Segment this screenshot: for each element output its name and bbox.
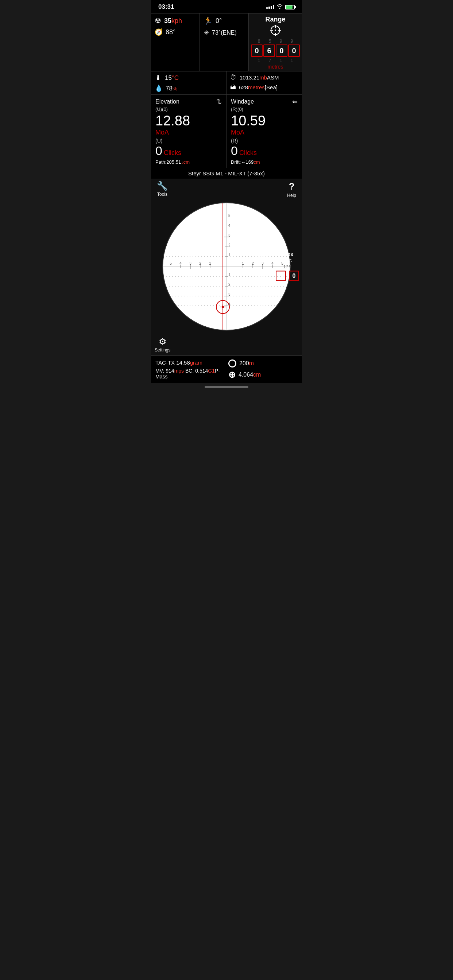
help-icon: ? — [289, 181, 295, 192]
radiation-icon: ☢ — [155, 16, 161, 25]
windage-clicks-label: (R) — [231, 138, 298, 144]
scope-view: 1 2 3 4 5 1 2 3 4 5 1 2 3 4 5 1 — [151, 198, 302, 335]
mag-label: MAG — [283, 258, 292, 262]
help-button[interactable]: ? Help — [287, 181, 296, 198]
pressure-altitude-panel: ⏱ 1013.21mbASM 🏔 628metres[Sea] — [226, 72, 302, 94]
tools-icon: 🔧 — [157, 181, 168, 191]
plus-icon: ⊕ — [228, 371, 236, 379]
target-circle-icon — [228, 360, 236, 368]
windage-clicks-value: 0 — [231, 144, 238, 158]
range-unit: metres — [251, 64, 300, 70]
windage-value: 10.59 — [231, 113, 298, 129]
range-digit-2[interactable]: 0 — [276, 45, 287, 57]
status-icons — [266, 4, 295, 10]
svg-text:4: 4 — [228, 223, 231, 228]
range-top-digits: 8 5 9 9 — [251, 38, 300, 44]
svg-text:1: 1 — [228, 253, 231, 257]
speed-value: 35kph — [164, 17, 182, 25]
heading-row: 🧭 88° — [155, 28, 196, 36]
altitude-row: 🏔 628metres[Sea] — [230, 83, 298, 91]
elevation-clicks-value: 0 — [155, 144, 162, 158]
target-panel: 200m ⊕ 4.064cm — [228, 360, 298, 380]
svg-text:5: 5 — [228, 214, 231, 218]
pressure-row: ⏱ 1013.21mbASM — [230, 74, 298, 81]
svg-text:5: 5 — [170, 261, 172, 266]
angle-wind-panel: 🏃 0° ✳ 73°(ENE) — [200, 13, 249, 71]
home-bar — [205, 386, 248, 388]
svg-text:2: 2 — [252, 261, 254, 266]
settings-button[interactable]: ⚙ Settings — [155, 337, 170, 353]
svg-point-53 — [222, 306, 224, 308]
svg-text:4: 4 — [271, 261, 274, 266]
settings-icon: ⚙ — [159, 337, 167, 347]
elev-wind-panel: Elevation ⇅ (U)(0) 12.88 MoA (U) 0 Click… — [151, 94, 302, 168]
windage-section: Windage ⇐ (R)(0) 10.59 MoA (R) 0 Clicks … — [226, 95, 302, 168]
target-adjust: 4.064cm — [239, 372, 261, 378]
thermometer-icon: 🌡 — [155, 74, 162, 82]
windage-drift: Drift:←169cm — [231, 159, 298, 165]
temp-humidity-panel: 🌡 15°C 💧 78% — [151, 72, 226, 94]
elevation-clicks-label: (U) — [155, 138, 222, 144]
battery-icon — [285, 5, 295, 10]
windage-unit: MoA — [231, 129, 298, 136]
wind-icon: ✳ — [204, 29, 209, 37]
bottom-info-bar: TAC-TX 14.58gram MV: 914mps BC: 0.514G1P… — [151, 355, 302, 383]
help-label: Help — [287, 193, 296, 198]
windage-sub: (R)(0) — [231, 107, 298, 112]
windage-clicks-unit: Clicks — [239, 149, 257, 157]
svg-text:3: 3 — [228, 233, 231, 237]
elevation-title: Elevation — [155, 99, 179, 105]
ammo-details: MV: 914mps BC: 0.514G1P-Mass — [155, 368, 225, 380]
elevation-clicks-unit: Clicks — [164, 149, 181, 157]
range-digit-0[interactable]: 0 — [251, 45, 263, 57]
target-adjust-row: ⊕ 4.064cm — [228, 371, 298, 379]
elevation-unit: MoA — [155, 129, 222, 136]
status-time: 03:31 — [158, 3, 174, 11]
windage-icon: ⇐ — [292, 98, 298, 106]
mag-value: 18.0X — [281, 252, 293, 257]
target-distance-row: 200m — [228, 360, 298, 368]
wind-angle: 73°(ENE) — [212, 30, 237, 36]
target-distance: 200m — [239, 360, 254, 367]
elevation-path: Path:205.51↓cm — [155, 159, 222, 165]
tools-label: Tools — [157, 192, 167, 197]
svg-text:2: 2 — [199, 261, 201, 266]
mag-digit-decimal[interactable]: 0 — [289, 270, 299, 281]
ammo-name: TAC-TX 14.58gram — [155, 360, 225, 366]
status-bar: 03:31 — [151, 0, 302, 13]
scope-toolbar: 🔧 Tools ? Help — [151, 179, 302, 198]
svg-point-1 — [274, 30, 276, 31]
wind-row: ✳ 73°(ENE) — [204, 29, 245, 37]
wifi-icon — [276, 4, 283, 10]
speed-row: ☢ 35kph — [155, 16, 196, 25]
range-active-digits[interactable]: 0 6 0 0 — [251, 45, 300, 57]
range-panel[interactable]: Range 8 5 9 9 0 6 0 0 1 — [249, 13, 302, 71]
svg-text:2: 2 — [228, 283, 231, 286]
range-digit-1[interactable]: 6 — [263, 45, 275, 57]
svg-text:1: 1 — [242, 261, 244, 266]
speed-heading-panel: ☢ 35kph 🧭 88° — [151, 13, 200, 71]
shooter-icon: 🏃 — [204, 16, 213, 25]
scope-container: 1 2 3 4 5 1 2 3 4 5 1 2 3 4 5 1 — [161, 201, 292, 332]
range-target-icon — [251, 25, 300, 37]
range-bottom-digits: 1 7 1 1 — [251, 57, 300, 63]
home-indicator — [151, 383, 302, 390]
mag-active-digits[interactable]: 18 . 0 — [276, 270, 299, 281]
shooter-angle: 0° — [215, 17, 222, 25]
settings-label: Settings — [155, 347, 170, 353]
range-digit-3[interactable]: 0 — [288, 45, 300, 57]
temperature-row: 🌡 15°C — [155, 74, 222, 82]
humidity-icon: 💧 — [155, 84, 163, 92]
mag-display: 18.0X MAG 17 9 18 . 0 — [276, 252, 299, 281]
settings-row: ⚙ Settings — [151, 335, 302, 355]
svg-text:2: 2 — [228, 243, 231, 247]
mag-digit-whole[interactable]: 18 — [276, 270, 286, 281]
scope-title: Steyr SSG M1 - MIL-XT (7-35x) — [151, 168, 302, 179]
svg-text:1: 1 — [209, 261, 211, 266]
tools-button[interactable]: 🔧 Tools — [157, 181, 168, 197]
heading-value: 88° — [166, 29, 175, 36]
compass-icon: 🧭 — [155, 28, 163, 36]
elevation-icon: ⇅ — [216, 98, 222, 106]
svg-text:4: 4 — [179, 261, 182, 266]
elevation-sub: (U)(0) — [155, 107, 222, 112]
